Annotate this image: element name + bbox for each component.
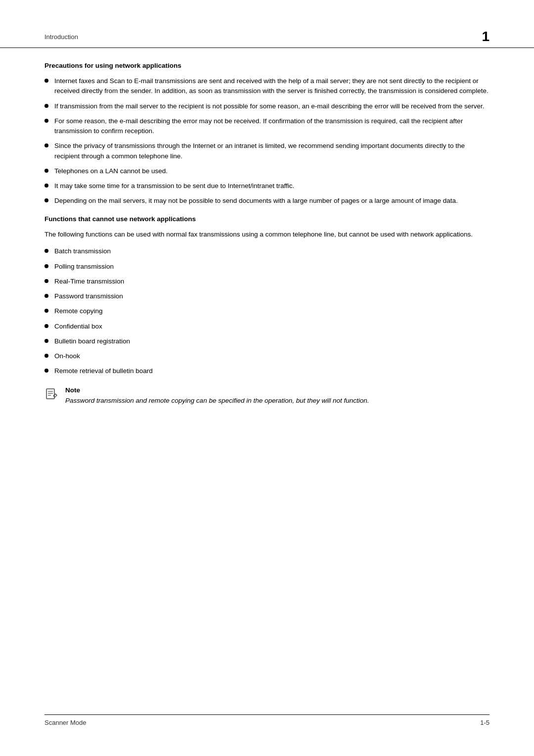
list-item: Bulletin board registration	[44, 336, 490, 346]
svg-rect-0	[46, 389, 54, 399]
footer-left: Scanner Mode	[44, 719, 87, 726]
bullet-icon	[44, 294, 48, 298]
header-page-number: 1	[482, 30, 490, 44]
list-item-text: For some reason, the e-mail describing t…	[54, 116, 490, 137]
header-section-label: Introduction	[44, 33, 78, 41]
functions-section: Functions that cannot use network applic…	[44, 215, 490, 377]
list-item: If transmission from the mail server to …	[44, 101, 490, 111]
footer-right: 1-5	[480, 719, 490, 726]
list-item: Since the privacy of transmissions throu…	[44, 141, 490, 161]
list-item-text: It may take some time for a transmission…	[54, 181, 490, 191]
functions-list: Batch transmission Polling transmission …	[44, 246, 490, 376]
list-item-text: Password transmission	[54, 291, 490, 301]
bullet-icon	[44, 119, 48, 123]
precautions-list: Internet faxes and Scan to E-mail transm…	[44, 76, 490, 206]
note-text: Password transmission and remote copying…	[65, 396, 490, 406]
bullet-icon	[44, 264, 48, 268]
functions-intro: The following functions can be used with…	[44, 230, 490, 240]
list-item-text: Internet faxes and Scan to E-mail transm…	[54, 76, 490, 96]
list-item-text: Depending on the mail servers, it may no…	[54, 196, 490, 206]
bullet-icon	[44, 184, 48, 188]
page-footer: Scanner Mode 1-5	[44, 714, 490, 726]
bullet-icon	[44, 279, 48, 283]
bullet-icon	[44, 339, 48, 343]
list-item-text: Real-Time transmission	[54, 277, 490, 286]
list-item: Password transmission	[44, 291, 490, 301]
bullet-icon	[44, 169, 48, 173]
list-item-text: Batch transmission	[54, 246, 490, 256]
list-item: Batch transmission	[44, 246, 490, 256]
precautions-section: Precautions for using network applicatio…	[44, 62, 490, 206]
list-item-text: Remote retrieval of bulletin board	[54, 366, 490, 376]
page-header: Introduction 1	[0, 0, 534, 48]
list-item: Depending on the mail servers, it may no…	[44, 196, 490, 206]
precautions-title: Precautions for using network applicatio…	[44, 62, 490, 69]
list-item: Internet faxes and Scan to E-mail transm…	[44, 76, 490, 96]
list-item: On-hook	[44, 351, 490, 361]
list-item-text: If transmission from the mail server to …	[54, 101, 490, 111]
list-item: Real-Time transmission	[44, 277, 490, 286]
functions-title: Functions that cannot use network applic…	[44, 215, 490, 223]
bullet-icon	[44, 104, 48, 108]
list-item: Remote copying	[44, 306, 490, 316]
list-item-text: Polling transmission	[54, 262, 490, 272]
list-item-text: Since the privacy of transmissions throu…	[54, 141, 490, 161]
list-item: Polling transmission	[44, 262, 490, 272]
note-pencil-icon	[44, 386, 58, 401]
list-item-text: Confidential box	[54, 322, 490, 331]
svg-line-4	[55, 394, 57, 395]
bullet-icon	[44, 369, 48, 373]
main-content: Precautions for using network applicatio…	[0, 62, 534, 406]
list-item-text: On-hook	[54, 351, 490, 361]
bullet-icon	[44, 143, 48, 147]
list-item: It may take some time for a transmission…	[44, 181, 490, 191]
bullet-icon	[44, 249, 48, 253]
list-item-text: Bulletin board registration	[54, 336, 490, 346]
note-content: Note Password transmission and remote co…	[65, 386, 490, 406]
page: Introduction 1 Precautions for using net…	[0, 0, 534, 756]
bullet-icon	[44, 354, 48, 358]
note-label: Note	[65, 386, 490, 394]
note-section: Note Password transmission and remote co…	[44, 386, 490, 406]
list-item: Telephones on a LAN cannot be used.	[44, 166, 490, 176]
bullet-icon	[44, 309, 48, 313]
bullet-icon	[44, 79, 48, 83]
list-item: Confidential box	[44, 322, 490, 331]
bullet-icon	[44, 198, 48, 202]
bullet-icon	[44, 324, 48, 328]
list-item: Remote retrieval of bulletin board	[44, 366, 490, 376]
list-item: For some reason, the e-mail describing t…	[44, 116, 490, 137]
list-item-text: Telephones on a LAN cannot be used.	[54, 166, 490, 176]
list-item-text: Remote copying	[54, 306, 490, 316]
